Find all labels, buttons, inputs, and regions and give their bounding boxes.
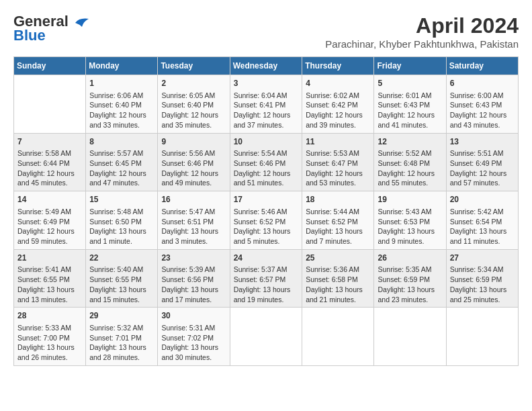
day-info-line: and 53 minutes. — [306, 178, 370, 188]
calendar-cell: 7Sunrise: 5:58 AMSunset: 6:44 PMDaylight… — [14, 133, 86, 191]
day-info-line: and 43 minutes. — [450, 120, 515, 130]
day-info-line: Daylight: 13 hours — [161, 226, 226, 236]
col-header-thursday: Thursday — [302, 57, 374, 75]
day-info-line: Sunset: 6:52 PM — [306, 217, 370, 227]
calendar-cell: 21Sunrise: 5:41 AMSunset: 6:55 PMDayligh… — [14, 249, 86, 308]
calendar-cell — [14, 75, 86, 134]
calendar-cell — [230, 308, 302, 366]
calendar-cell: 27Sunrise: 5:34 AMSunset: 6:59 PMDayligh… — [446, 249, 518, 308]
day-number: 14 — [17, 194, 82, 205]
day-info-line: Sunset: 6:57 PM — [234, 275, 299, 285]
calendar-cell: 18Sunrise: 5:44 AMSunset: 6:52 PMDayligh… — [302, 191, 374, 250]
calendar-cell: 1Sunrise: 6:06 AMSunset: 6:40 PMDaylight… — [86, 75, 158, 134]
day-info-line: and 21 minutes. — [306, 295, 370, 305]
day-info-line: Sunrise: 5:57 AM — [89, 148, 154, 158]
day-info-line: Sunset: 7:01 PM — [89, 333, 154, 343]
day-info-line: Daylight: 13 hours — [450, 285, 515, 295]
day-info-line: Sunrise: 5:32 AM — [89, 323, 154, 333]
day-info-line: Daylight: 12 hours — [17, 226, 82, 236]
calendar-cell — [374, 308, 446, 366]
day-info-line: Sunrise: 5:43 AM — [378, 207, 442, 217]
calendar-cell: 12Sunrise: 5:52 AMSunset: 6:48 PMDayligh… — [374, 133, 446, 191]
day-number: 5 — [378, 78, 442, 89]
day-info-line: Sunset: 6:46 PM — [161, 158, 226, 169]
day-info-line: and 59 minutes. — [17, 236, 82, 246]
month-title: April 2024 — [325, 13, 519, 38]
day-info-line: and 25 minutes. — [450, 295, 515, 305]
day-info-line: Daylight: 12 hours — [161, 169, 226, 179]
day-number: 25 — [306, 253, 370, 264]
day-info-line: Daylight: 12 hours — [450, 169, 515, 179]
day-info-line: and 17 minutes. — [161, 295, 226, 305]
day-info-line: and 41 minutes. — [378, 120, 442, 130]
day-number: 18 — [306, 194, 370, 205]
day-info-line: and 19 minutes. — [234, 295, 299, 305]
day-info-line: Daylight: 12 hours — [161, 110, 226, 120]
calendar-cell: 3Sunrise: 6:04 AMSunset: 6:41 PMDaylight… — [230, 75, 302, 134]
calendar-cell — [302, 308, 374, 366]
day-info-line: and 28 minutes. — [89, 353, 154, 363]
day-number: 17 — [234, 194, 299, 205]
day-info-line: and 23 minutes. — [378, 295, 442, 305]
day-info-line: Daylight: 13 hours — [450, 226, 515, 236]
calendar-cell: 28Sunrise: 5:33 AMSunset: 7:00 PMDayligh… — [14, 308, 86, 366]
day-info-line: Sunrise: 5:34 AM — [450, 265, 515, 275]
day-info-line: and 1 minute. — [89, 236, 154, 246]
day-info-line: Sunset: 6:52 PM — [234, 217, 299, 227]
day-info-line: Sunset: 6:58 PM — [306, 275, 370, 285]
title-block: April 2024 Parachinar, Khyber Pakhtunkhw… — [325, 13, 519, 50]
day-info-line: Sunset: 6:47 PM — [306, 158, 370, 169]
day-info-line: Daylight: 13 hours — [234, 226, 299, 236]
day-info-line: Sunrise: 5:46 AM — [234, 207, 299, 217]
calendar-cell: 22Sunrise: 5:40 AMSunset: 6:55 PMDayligh… — [86, 249, 158, 308]
calendar-cell: 2Sunrise: 6:05 AMSunset: 6:40 PMDaylight… — [158, 75, 230, 134]
day-number: 10 — [234, 136, 299, 148]
day-info-line: Sunrise: 5:58 AM — [17, 148, 82, 158]
logo: General Blue — [13, 13, 89, 44]
day-number: 9 — [161, 136, 226, 148]
day-info-line: Sunrise: 5:42 AM — [450, 207, 515, 217]
day-info-line: Daylight: 12 hours — [450, 110, 515, 120]
day-info-line: Sunset: 6:40 PM — [161, 100, 226, 110]
day-info-line: and 15 minutes. — [89, 295, 154, 305]
week-row-4: 21Sunrise: 5:41 AMSunset: 6:55 PMDayligh… — [14, 249, 519, 308]
calendar-cell: 4Sunrise: 6:02 AMSunset: 6:42 PMDaylight… — [302, 75, 374, 134]
day-number: 11 — [306, 136, 370, 148]
week-row-5: 28Sunrise: 5:33 AMSunset: 7:00 PMDayligh… — [14, 308, 519, 366]
calendar-cell: 14Sunrise: 5:49 AMSunset: 6:49 PMDayligh… — [14, 191, 86, 250]
day-info-line: Daylight: 12 hours — [306, 110, 370, 120]
day-info-line: Sunrise: 5:33 AM — [17, 323, 82, 333]
day-number: 2 — [161, 78, 226, 89]
day-info-line: Daylight: 12 hours — [378, 169, 442, 179]
day-info-line: Daylight: 13 hours — [378, 285, 442, 295]
day-info-line: Sunset: 7:00 PM — [17, 333, 82, 343]
day-info-line: and 49 minutes. — [161, 178, 226, 188]
day-number: 8 — [89, 136, 154, 148]
calendar-cell: 6Sunrise: 6:00 AMSunset: 6:43 PMDaylight… — [446, 75, 518, 134]
day-info-line: Daylight: 13 hours — [234, 285, 299, 295]
day-info-line: Sunrise: 5:51 AM — [450, 148, 515, 158]
day-info-line: and 45 minutes. — [17, 178, 82, 188]
day-info-line: Daylight: 13 hours — [17, 342, 82, 353]
day-info-line: Sunrise: 5:56 AM — [161, 148, 226, 158]
day-info-line: and 39 minutes. — [306, 120, 370, 130]
day-number: 28 — [17, 310, 82, 322]
col-header-friday: Friday — [374, 57, 446, 75]
day-info-line: Sunset: 6:46 PM — [234, 158, 299, 169]
logo-bird-icon — [74, 17, 89, 27]
day-info-line: Sunrise: 5:35 AM — [378, 265, 442, 275]
day-info-line: Sunrise: 6:06 AM — [89, 91, 154, 101]
day-info-line: Sunset: 7:02 PM — [161, 333, 226, 343]
day-info-line: and 37 minutes. — [234, 120, 299, 130]
calendar-cell: 29Sunrise: 5:32 AMSunset: 7:01 PMDayligh… — [86, 308, 158, 366]
week-row-3: 14Sunrise: 5:49 AMSunset: 6:49 PMDayligh… — [14, 191, 519, 250]
day-info-line: Sunset: 6:42 PM — [306, 100, 370, 110]
day-info-line: Sunset: 6:40 PM — [89, 100, 154, 110]
day-info-line: Daylight: 13 hours — [89, 226, 154, 236]
day-number: 27 — [450, 253, 515, 264]
day-number: 16 — [161, 194, 226, 205]
day-info-line: Sunset: 6:53 PM — [378, 217, 442, 227]
day-info-line: and 55 minutes. — [378, 178, 442, 188]
calendar-cell: 24Sunrise: 5:37 AMSunset: 6:57 PMDayligh… — [230, 249, 302, 308]
day-info-line: Sunset: 6:45 PM — [89, 158, 154, 169]
